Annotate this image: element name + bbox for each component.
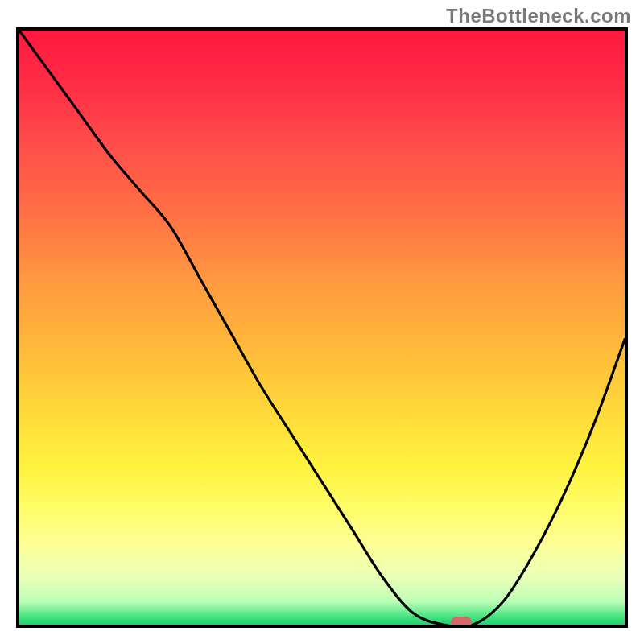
bottleneck-curve — [19, 31, 625, 625]
optimum-marker — [451, 617, 472, 628]
plot-frame — [16, 27, 628, 628]
chart-container: TheBottleneck.com — [0, 0, 644, 644]
curve-layer — [19, 31, 625, 625]
watermark-text: TheBottleneck.com — [446, 5, 631, 27]
